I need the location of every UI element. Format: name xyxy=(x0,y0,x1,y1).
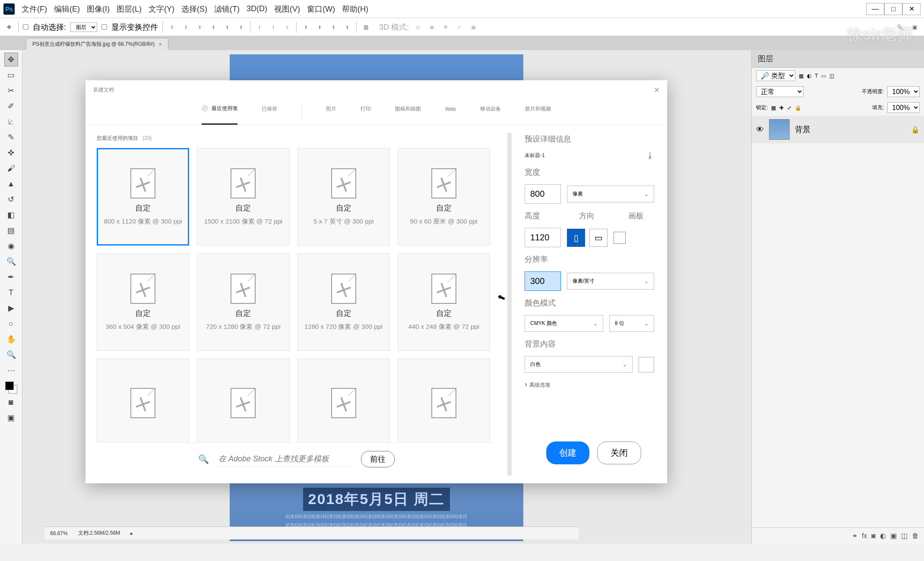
colormode-select[interactable]: CMYK 颜色⌄ xyxy=(525,315,603,332)
minimize-button[interactable]: — xyxy=(866,3,884,15)
tab-art[interactable]: 图稿和插图 xyxy=(395,99,421,125)
preset-item[interactable]: 自定 360 x 504 像素 @ 300 ppi xyxy=(97,253,189,351)
artboard-checkbox[interactable] xyxy=(614,232,626,244)
show-transform-checkbox[interactable] xyxy=(101,24,107,30)
new-layer-icon[interactable]: ◫ xyxy=(901,532,908,540)
color-swatches[interactable] xyxy=(5,381,17,394)
lock-pixels-icon[interactable]: ▦ xyxy=(771,105,776,111)
tab-saved[interactable]: 已保存 xyxy=(262,99,277,125)
colordepth-select[interactable]: 8 位⌄ xyxy=(609,315,654,332)
quick-select-tool[interactable]: ✐ xyxy=(4,99,18,113)
foreground-color-swatch[interactable] xyxy=(5,381,14,390)
zoom-tool[interactable]: 🔍 xyxy=(4,348,18,362)
close-tab-icon[interactable]: × xyxy=(159,41,162,47)
3d-camera-icon[interactable]: ▣ xyxy=(468,22,478,32)
crop-tool[interactable]: ⟀ xyxy=(4,115,18,129)
3d-pan-icon[interactable]: ✥ xyxy=(441,22,450,32)
layer-filter-kind[interactable]: 🔎 类型 xyxy=(756,70,795,81)
preset-item[interactable]: 自定 800 x 1120 像素 @ 300 ppi xyxy=(97,148,189,246)
history-brush-tool[interactable]: ↺ xyxy=(4,192,18,206)
menu-view[interactable]: 视图(V) xyxy=(274,4,300,14)
3d-orbit-icon[interactable]: ◎ xyxy=(413,22,423,32)
lock-icon[interactable]: 🔒 xyxy=(911,126,920,134)
menu-filter[interactable]: 滤镜(T) xyxy=(214,4,240,14)
auto-select-dropdown[interactable]: 图层 xyxy=(70,22,97,32)
zoom-level[interactable]: 66.67% xyxy=(50,530,68,536)
layer-thumbnail[interactable] xyxy=(769,119,790,140)
tab-photo[interactable]: 照片 xyxy=(326,99,336,125)
menu-3d[interactable]: 3D(D) xyxy=(247,4,267,13)
edit-toolbar[interactable]: ⋯ xyxy=(4,363,18,377)
status-arrow-icon[interactable]: ▸ xyxy=(130,530,133,536)
filter-shape-icon[interactable]: ▭ xyxy=(821,73,826,79)
distribute-h3-icon[interactable]: ⫵ xyxy=(329,22,338,32)
distribute-h2-icon[interactable]: ⫵ xyxy=(315,22,324,32)
fx-icon[interactable]: fx xyxy=(862,532,867,540)
document-tab[interactable]: PS创意合成柠檬饮料广告海报.jpg @ 66.7%(RGB/8#) × xyxy=(26,38,168,50)
filter-adjust-icon[interactable]: ◐ xyxy=(807,73,811,79)
stock-search-input[interactable] xyxy=(216,452,354,466)
marquee-tool[interactable]: ▭ xyxy=(4,68,18,82)
width-unit-select[interactable]: 像素⌄ xyxy=(567,186,654,202)
stamp-tool[interactable]: ▲ xyxy=(4,177,18,191)
align-vcenter-icon[interactable]: ⫴ xyxy=(181,22,190,32)
path-select-tool[interactable]: ▶ xyxy=(4,301,18,315)
auto-select-checkbox[interactable] xyxy=(23,24,28,30)
distribute-1-icon[interactable]: ⫶ xyxy=(255,22,264,32)
menu-help[interactable]: 帮助(H) xyxy=(342,4,368,14)
eraser-tool[interactable]: ◧ xyxy=(4,208,18,222)
eyedropper-tool[interactable]: ✎ xyxy=(4,130,18,144)
type-tool[interactable]: T xyxy=(4,286,18,299)
goto-button[interactable]: 前往 xyxy=(361,451,395,467)
3d-roll-icon[interactable]: ◉ xyxy=(427,22,437,32)
quick-mask-tool[interactable]: ◙ xyxy=(4,395,18,409)
distribute-3-icon[interactable]: ⫶ xyxy=(282,22,292,32)
close-button[interactable]: 关闭 xyxy=(597,441,641,464)
menu-file[interactable]: 文件(F) xyxy=(22,4,47,14)
tab-web[interactable]: Web xyxy=(445,99,456,125)
shape-tool[interactable]: ○ xyxy=(4,317,18,331)
create-button[interactable]: 创建 xyxy=(546,441,589,464)
portrait-orientation[interactable]: ▯ xyxy=(567,229,585,247)
preset-item[interactable]: 自定 90 x 60 厘米 @ 300 ppi xyxy=(398,148,490,246)
3d-slide-icon[interactable]: ⤢ xyxy=(455,22,464,32)
tab-film[interactable]: 胶片和视频 xyxy=(525,99,551,125)
group-icon[interactable]: ▣ xyxy=(890,532,897,540)
menu-select[interactable]: 选择(S) xyxy=(181,4,207,14)
doc-info[interactable]: 文档:2.56M/2.56M xyxy=(78,529,120,537)
dodge-tool[interactable]: 🔍 xyxy=(4,255,18,268)
align-left-icon[interactable]: ⫵ xyxy=(209,22,218,32)
auto-align-icon[interactable]: ▥ xyxy=(361,22,370,32)
preset-item[interactable]: 自定 1280 x 720 像素 @ 300 ppi xyxy=(297,253,390,351)
bgcontent-select[interactable]: 白色⌄ xyxy=(525,356,633,373)
preset-item[interactable] xyxy=(197,359,289,442)
delete-layer-icon[interactable]: 🗑 xyxy=(912,532,919,540)
menu-edit[interactable]: 编辑(E) xyxy=(54,4,80,14)
close-window-button[interactable]: ✕ xyxy=(902,3,921,15)
lock-position-icon[interactable]: ✚ xyxy=(779,105,784,111)
link-layers-icon[interactable]: ⚭ xyxy=(852,532,858,540)
maximize-button[interactable]: □ xyxy=(884,3,902,15)
filter-type-icon[interactable]: T xyxy=(815,73,818,79)
scrollbar[interactable] xyxy=(507,133,512,476)
layers-tab[interactable]: 图层 xyxy=(752,50,924,68)
fill-value[interactable]: 100% xyxy=(887,102,920,113)
filter-pixel-icon[interactable]: ▦ xyxy=(799,73,804,79)
adjustment-icon[interactable]: ◐ xyxy=(880,532,886,540)
menu-window[interactable]: 窗口(W) xyxy=(307,4,335,14)
healing-tool[interactable]: ✜ xyxy=(4,146,18,160)
visibility-icon[interactable]: 👁 xyxy=(756,125,764,134)
distribute-2-icon[interactable]: ⫶ xyxy=(269,22,278,32)
menu-image[interactable]: 图像(I) xyxy=(87,4,110,14)
save-preset-icon[interactable]: ⭳ xyxy=(646,151,654,160)
preset-item[interactable]: 自定 720 x 1280 像素 @ 72 ppi xyxy=(197,253,289,351)
tab-mobile[interactable]: 移动设备 xyxy=(480,99,501,125)
hand-tool[interactable]: ✋ xyxy=(4,332,18,346)
filter-smart-icon[interactable]: ◫ xyxy=(829,73,834,79)
preset-item[interactable] xyxy=(97,359,189,442)
gradient-tool[interactable]: ▤ xyxy=(4,224,18,237)
align-top-icon[interactable]: ⫴ xyxy=(167,22,177,32)
width-input[interactable] xyxy=(525,184,561,204)
distribute-h4-icon[interactable]: ⫵ xyxy=(342,22,352,32)
tab-print[interactable]: 打印 xyxy=(361,99,371,125)
